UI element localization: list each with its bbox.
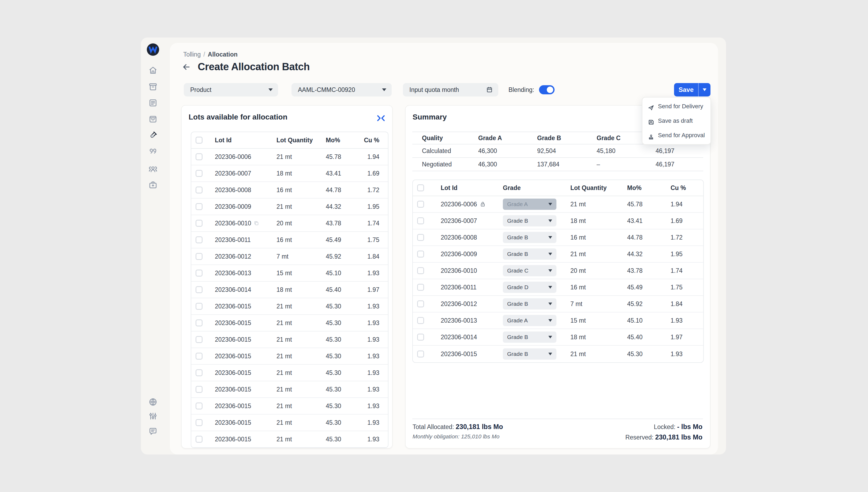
row-checkbox[interactable] <box>417 267 424 274</box>
sidebar-item-archive-icon[interactable] <box>148 82 157 91</box>
sidebar-item-globe-icon[interactable] <box>148 397 157 407</box>
row-checkbox[interactable] <box>196 286 203 293</box>
breadcrumb-parent[interactable]: Tolling <box>183 51 201 58</box>
row-checkbox[interactable] <box>196 369 203 376</box>
row-checkbox[interactable] <box>196 319 203 326</box>
row-checkbox[interactable] <box>417 317 424 324</box>
row-checkbox[interactable] <box>417 217 424 224</box>
menu-item-send-for-approval[interactable]: Send for Approval <box>642 128 711 143</box>
approval-icon <box>648 132 654 139</box>
filter-row: Product AAML-CMMC-00920 Input quota mont… <box>170 83 718 96</box>
sidebar-item-document-icon[interactable] <box>148 98 157 107</box>
row-checkbox[interactable] <box>196 386 203 393</box>
row-checkbox[interactable] <box>417 300 424 308</box>
row-checkbox[interactable] <box>417 350 424 358</box>
grade-select[interactable]: Grade B <box>503 348 556 360</box>
row-checkbox[interactable] <box>196 419 203 426</box>
save-dropdown-button[interactable] <box>698 83 711 96</box>
collapse-panel-icon[interactable] <box>377 114 385 120</box>
cu-value: 1.93 <box>356 270 388 277</box>
table-row: 202306-0015Grade B21 mt45.301.93 <box>413 346 703 362</box>
mo-value: 43.41 <box>627 217 670 225</box>
row-checkbox[interactable] <box>417 234 424 241</box>
chevron-down-icon <box>703 89 707 91</box>
lots-panel-title: Lots available for allocation <box>188 113 287 121</box>
table-row: 202306-001521 mt45.301.93 <box>191 298 388 315</box>
quota-month-input[interactable]: Input quota month <box>403 83 498 96</box>
menu-item-save-as-draft[interactable]: Save as draft <box>642 114 711 128</box>
sidebar-item-chat-icon[interactable] <box>148 427 157 436</box>
select-all-checkbox[interactable] <box>417 184 424 191</box>
grade-select[interactable]: Grade A <box>503 199 556 210</box>
grade-select[interactable]: Grade B <box>503 232 556 243</box>
row-checkbox[interactable] <box>417 201 424 208</box>
quality-value: 46,300 <box>478 147 537 155</box>
select-all-checkbox[interactable] <box>196 137 203 144</box>
row-checkbox[interactable] <box>196 236 203 243</box>
row-checkbox[interactable] <box>196 402 203 410</box>
row-checkbox[interactable] <box>196 220 203 227</box>
row-checkbox[interactable] <box>196 270 203 276</box>
grade-select[interactable]: Grade B <box>503 215 556 226</box>
grade-select[interactable]: Grade B <box>503 331 556 343</box>
table-row: 202306-001521 mt45.301.93 <box>191 315 388 331</box>
sidebar-item-people-icon[interactable] <box>148 164 157 173</box>
lot-id: 202306-0015 <box>215 336 251 343</box>
lot-quantity: 20 mt <box>570 267 627 274</box>
footer-divider <box>412 419 703 419</box>
grade-select[interactable]: Grade B <box>503 248 556 260</box>
contract-select[interactable]: AAML-CMMC-00920 <box>291 83 392 96</box>
quality-table-body: Calculated46,30092,50445,18046,197Negoti… <box>412 144 703 171</box>
grade-select-value: Grade B <box>507 234 548 241</box>
sidebar-item-home-icon[interactable] <box>148 66 157 75</box>
grade-select[interactable]: Grade C <box>503 265 556 276</box>
sidebar-item-bag-icon[interactable] <box>148 115 157 124</box>
table-row: 202306-000718 mt43.411.69 <box>191 165 388 182</box>
row-checkbox[interactable] <box>196 203 203 210</box>
summary-footer-right: Locked: - lbs Mo Reserved: 230,181 lbs M… <box>625 423 703 441</box>
sidebar-item-quotes-icon[interactable] <box>148 148 157 157</box>
lot-quantity: 21 mt <box>570 350 627 358</box>
product-select[interactable]: Product <box>184 83 278 96</box>
contract-select-value: AAML-CMMC-00920 <box>298 86 382 94</box>
row-checkbox[interactable] <box>196 187 203 194</box>
lot-id: 202306-0011 <box>215 236 251 244</box>
chevron-down-icon <box>548 269 552 272</box>
grade-select[interactable]: Grade B <box>503 298 556 310</box>
sidebar-item-briefcase-icon[interactable] <box>148 180 157 190</box>
send-icon <box>648 103 654 109</box>
copy-icon[interactable] <box>253 220 259 226</box>
save-button[interactable]: Save <box>674 83 698 96</box>
menu-item-send-for-delivery[interactable]: Send for Delivery <box>642 99 711 114</box>
row-checkbox[interactable] <box>196 170 203 177</box>
lot-quantity: 21 mt <box>269 369 318 376</box>
sidebar-item-sliders-icon[interactable] <box>148 412 157 421</box>
row-checkbox[interactable] <box>196 303 203 310</box>
lot-id: 202306-0015 <box>215 436 251 443</box>
cu-value: 1.69 <box>670 217 703 225</box>
row-checkbox[interactable] <box>196 336 203 343</box>
row-checkbox[interactable] <box>196 353 203 360</box>
row-checkbox[interactable] <box>417 284 424 291</box>
row-checkbox[interactable] <box>196 153 203 160</box>
lot-quantity: 21 mt <box>269 419 318 426</box>
cu-value: 1.95 <box>356 203 388 211</box>
row-checkbox[interactable] <box>417 250 424 257</box>
app-logo[interactable] <box>147 43 159 56</box>
cu-value: 1.97 <box>356 286 388 293</box>
lot-id: 202306-0015 <box>215 386 251 393</box>
row-checkbox[interactable] <box>196 436 203 443</box>
toggle-knob <box>547 87 553 93</box>
grade-select[interactable]: Grade D <box>503 281 556 293</box>
sidebar-item-test-tube-icon[interactable] <box>148 131 157 140</box>
table-row: 202306-001418 mt45.401.97 <box>191 281 388 298</box>
row-checkbox[interactable] <box>196 253 203 260</box>
lot-id: 202306-0008 <box>215 187 251 194</box>
back-arrow-icon[interactable] <box>182 63 191 71</box>
quality-row-label: Calculated <box>412 147 478 155</box>
lot-quantity: 18 mt <box>269 170 318 177</box>
lot-quantity: 7 mt <box>570 300 627 308</box>
grade-select[interactable]: Grade A <box>503 315 556 326</box>
row-checkbox[interactable] <box>417 334 424 341</box>
blending-toggle[interactable] <box>539 85 555 94</box>
